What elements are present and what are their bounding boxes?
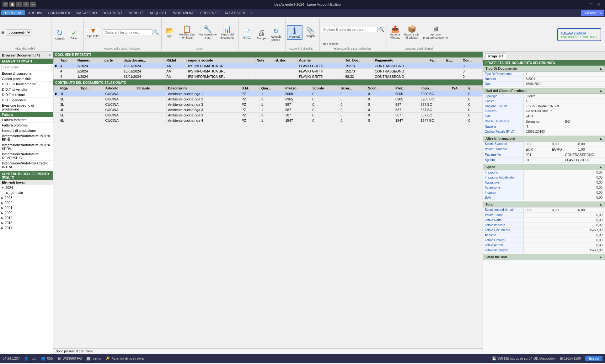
- list-item[interactable]: D.D.T. generico: [0, 98, 53, 103]
- list-item[interactable]: Buono di consegna: [0, 71, 53, 76]
- list-item[interactable]: D.D.T. di vendita: [0, 87, 53, 92]
- search-main-icon[interactable]: 🔍: [153, 30, 159, 35]
- table-row[interactable]: ▶ 1L CUCINA Ambiente cucina riga 1 PZ 1 …: [54, 91, 483, 97]
- list-item[interactable]: Evasione impegno di produzione: [0, 103, 53, 112]
- col-scon3[interactable]: Scon...: [367, 86, 394, 91]
- col-agente[interactable]: Agente: [297, 58, 344, 63]
- menu-vendite[interactable]: VENDITE: [126, 10, 147, 16]
- esporta-allegato-button[interactable]: 📤 EsportaAllegato: [388, 25, 402, 40]
- col-e[interactable]: E...: [467, 86, 483, 91]
- tree-node-2023[interactable]: ▶ 2023: [0, 195, 53, 200]
- toggle-gennaio[interactable]: ▶: [6, 191, 9, 195]
- refresh-elenco-button[interactable]: ↻ RefreshElenco: [269, 27, 283, 42]
- modifica-dati-button[interactable]: 📋 Modifica Datinon fiscali: [177, 25, 197, 40]
- table-row[interactable]: 3L CUCINA Ambiente cucina riga 3 PZ 1 58…: [54, 102, 483, 107]
- toggle-2020[interactable]: ▶: [1, 211, 4, 215]
- esporta-tutti-button[interactable]: 📦 Esporta tuttigli allegati: [403, 25, 421, 40]
- table-row[interactable]: 6L CUCINA Ambiente cucina riga 4 PZ 1 15…: [54, 118, 483, 123]
- col-sconto[interactable]: Sconto: [311, 86, 339, 91]
- col-rifdoc[interactable]: rif. doc: [273, 58, 297, 63]
- table-row[interactable]: ▶ 4 3/2024 16/01/2024 AA IPS INFORMATICA…: [54, 63, 483, 69]
- col-note[interactable]: Note: [255, 58, 273, 63]
- toggle-2019[interactable]: ▶: [1, 216, 4, 220]
- col-ev[interactable]: Ev...: [445, 58, 461, 63]
- stampa-button[interactable]: 🖨 Stampa: [254, 29, 268, 41]
- tree-node-2018[interactable]: ▶ 2018: [0, 220, 53, 225]
- list-item[interactable]: Integrazione/AutoNota Credito INTRA...: [0, 161, 53, 170]
- col-qua[interactable]: Qua...: [260, 86, 284, 91]
- list-item[interactable]: Impegni di produzione: [0, 128, 53, 133]
- col-riga[interactable]: Riga: [59, 86, 79, 91]
- viste-dropdown[interactable]: documenti: [6, 29, 31, 35]
- list-item[interactable]: Carico prodotti finiti: [0, 76, 53, 82]
- section-totali[interactable]: Totali ▲: [483, 201, 605, 207]
- menu-browser[interactable]: BROWSER: [581, 10, 604, 16]
- col-impo[interactable]: Impo...: [419, 86, 451, 91]
- flusso-button[interactable]: 📊 Flusso deldocumento: [219, 25, 236, 40]
- col-con[interactable]: Con...: [461, 58, 483, 63]
- col-variante[interactable]: Variante: [135, 86, 167, 91]
- section-stato-xml[interactable]: Stato file XML ▲: [483, 254, 605, 260]
- toggle-2023[interactable]: ▶: [1, 196, 4, 200]
- maximize-btn[interactable]: □: [588, 2, 594, 7]
- col-iva[interactable]: IVA: [451, 86, 467, 91]
- table-row[interactable]: 2L CUCINA Ambiente cucina riga 2 PZ 1 69…: [54, 97, 483, 102]
- year-tree[interactable]: ▼ 2024 ▶ gennaio ▶ 2023 ▶ 2022 ▶ 2021 ▶ …: [0, 185, 53, 354]
- col-prez[interactable]: Prez...: [394, 86, 419, 91]
- refresh-button[interactable]: ↻ Refresh: [53, 28, 67, 41]
- search-results-icon[interactable]: 🔍: [379, 27, 384, 32]
- col-tipo[interactable]: Tipo: [59, 58, 76, 63]
- col-numero[interactable]: Numero: [76, 58, 103, 63]
- editor-button[interactable]: ✓ Editor: [67, 29, 81, 41]
- tree-node-2020[interactable]: ▶ 2020: [0, 210, 53, 215]
- menu-more[interactable]: »: [248, 10, 255, 16]
- col-rifint[interactable]: Rif.Int: [165, 58, 186, 63]
- col-tipo-c[interactable]: Tipo...: [79, 86, 104, 91]
- section-cliente-fornitore[interactable]: Dati del Cliente/Fornitore ▲: [483, 88, 605, 94]
- list-item-fattura[interactable]: Fattura: [0, 112, 53, 117]
- list-item[interactable]: Integrazione/Autofatture INTRA BENI: [0, 133, 53, 142]
- tipo-ricerca-button[interactable]: Tipo Ricerca: [321, 41, 340, 46]
- doc-type-list[interactable]: Buono di consegna Carico prodotti finiti…: [0, 71, 53, 171]
- col-pagamento[interactable]: Pagamento: [373, 58, 428, 63]
- elementi-search-input[interactable]: [1, 65, 52, 70]
- table-row[interactable]: 4 2/2024 16/01/2024 AA IPS INFORMATICA S…: [54, 69, 483, 74]
- list-item[interactable]: D.D.T. di trasferimento: [0, 82, 53, 87]
- section-spese[interactable]: Spese ▲: [483, 164, 605, 170]
- exec-button[interactable]: Esegui: [585, 356, 602, 361]
- menu-accessori[interactable]: ACCESSORI: [222, 10, 247, 16]
- menu-archivi[interactable]: ARCHIVI: [26, 10, 45, 16]
- esplora-tab[interactable]: ESPLORA: [1, 10, 25, 15]
- window-controls[interactable]: — □ ✕: [579, 2, 602, 7]
- tree-node-2017[interactable]: ▶ 2017: [0, 225, 53, 230]
- list-item[interactable]: Integrazione/Autofatture REVERSE C...: [0, 152, 53, 161]
- menu-documenti[interactable]: DOCUMENTI: [100, 10, 126, 16]
- list-item[interactable]: Integrazione/Autofatture INTRA SERV...: [0, 142, 53, 152]
- menu-produzione[interactable]: PRODUZIONE: [169, 10, 197, 16]
- col-articolo[interactable]: Articolo: [104, 86, 135, 91]
- col-desc[interactable]: Descrizione: [167, 86, 240, 91]
- toggle-2022[interactable]: ▶: [1, 201, 4, 205]
- close-btn[interactable]: ✕: [595, 2, 602, 7]
- apri-programma-button[interactable]: 🖥 Apri conprogramma esterno: [421, 25, 449, 40]
- col-data[interactable]: data docum...: [122, 58, 165, 63]
- col-fa[interactable]: Fa...: [428, 58, 445, 63]
- list-item[interactable]: D.D.T. fornitore: [0, 92, 53, 98]
- tree-node-2019[interactable]: ▶ 2019: [0, 215, 53, 220]
- nuovo-button[interactable]: 📄 Nuovo: [240, 29, 254, 41]
- allegati-button[interactable]: 📎 Allegati: [303, 26, 317, 39]
- menu-acquisti[interactable]: ACQUISTI: [147, 10, 169, 16]
- col-um[interactable]: U.M.: [240, 86, 260, 91]
- menu-contabilita[interactable]: CONTABILITA': [46, 10, 73, 16]
- table-row[interactable]: 4L CUCINA Ambiente cucina riga 3 PZ 1 58…: [54, 107, 483, 113]
- tree-node-2021[interactable]: ▶ 2021: [0, 205, 53, 210]
- manutenzione-button[interactable]: 🔧 ManutenzioneFlag: [197, 25, 218, 40]
- tree-node-2024[interactable]: ▼ 2024: [0, 185, 53, 190]
- list-item[interactable]: Fattura fornitore: [0, 117, 53, 123]
- table-row[interactable]: 4 1/2024 16/01/2024 AA IPS INFORMATICA S…: [54, 74, 483, 79]
- tree-node-2022[interactable]: ▶ 2022: [0, 200, 53, 205]
- section-altre-info[interactable]: Altre Informazioni ▲: [483, 136, 605, 142]
- menu-magazzino[interactable]: MAGAZZINO: [74, 10, 99, 16]
- toggle-2017[interactable]: ▶: [1, 226, 4, 230]
- browser-tab-close[interactable]: ✕: [48, 53, 51, 57]
